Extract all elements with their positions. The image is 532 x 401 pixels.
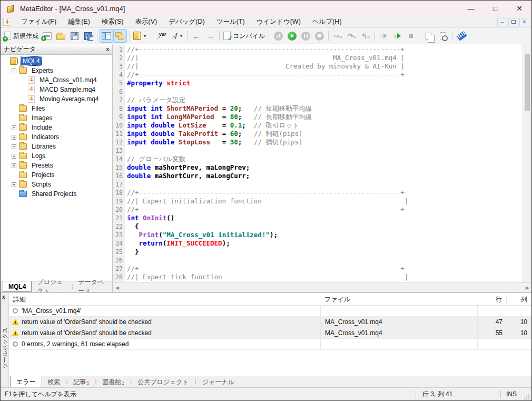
mdi-restore-button[interactable] <box>508 18 518 26</box>
scroll-right-icon[interactable]: ▶ <box>526 285 529 290</box>
tree-item[interactable]: +Files <box>1 104 112 113</box>
styler-button[interactable]: ▼ <box>132 29 149 43</box>
pause-debug-button[interactable] <box>299 29 312 43</box>
column-line[interactable]: 行 <box>477 295 507 304</box>
maximize-button[interactable]: □ <box>483 1 507 16</box>
tree-item[interactable]: +Libraries <box>1 142 112 151</box>
error-row[interactable]: return value of 'OrderSend' should be ch… <box>9 328 531 339</box>
save-all-button[interactable] <box>81 29 95 43</box>
code-line[interactable]: 2//| MA_Cross_v01.mq4 | <box>113 54 523 62</box>
code-area[interactable]: 1//+------------------------------------… <box>113 44 523 282</box>
new-file-button[interactable]: + 新規作成 <box>3 29 40 43</box>
code-line[interactable]: 9input int LongMAPeriod = 80; // 長期移動平均線 <box>113 113 523 121</box>
error-row[interactable]: 'MA_Cross_v01.mq4' <box>9 306 531 317</box>
navigate-back-button[interactable]: ← <box>190 29 203 43</box>
vertical-scrollbar[interactable] <box>523 44 531 282</box>
tree-item[interactable]: +4MA_Cross_v01.mq4 <box>1 75 112 85</box>
tree-item[interactable]: +Include <box>1 123 112 132</box>
code-line[interactable]: 12input double StopLoss = 30; // 損切(pips… <box>113 138 523 146</box>
menu-item[interactable]: ヘルプ(H) <box>307 16 348 27</box>
code-line[interactable]: 19//| Expert initialization function | <box>113 197 523 206</box>
code-line[interactable]: 4//+------------------------------------… <box>113 71 523 79</box>
error-row[interactable]: 0 errors, 2 warnings, 61 msec elapsed <box>9 339 531 350</box>
tree-item[interactable]: +Logs <box>1 151 112 161</box>
code-line[interactable]: 17 <box>113 180 523 189</box>
insert-mode-indicator[interactable]: INS <box>501 390 523 398</box>
code-line[interactable]: 6 <box>113 87 523 96</box>
code-line[interactable]: 1//+------------------------------------… <box>113 45 523 54</box>
toggle-navigator-button[interactable] <box>100 29 113 43</box>
vertical-scrollbar-thumb[interactable] <box>525 54 530 111</box>
error-row[interactable]: return value of 'OrderSend' should be ch… <box>9 317 531 328</box>
tree-item[interactable]: +MQL4 <box>1 56 112 66</box>
stop-debug-button[interactable] <box>312 29 326 43</box>
tree-item[interactable]: +Indicators <box>1 132 112 142</box>
close-button[interactable]: ✕ <box>507 1 531 16</box>
code-line[interactable]: 13 <box>113 146 523 155</box>
column-detail[interactable]: 詳細 <box>9 295 320 304</box>
expand-icon[interactable]: + <box>12 182 16 187</box>
code-line[interactable]: 15double maShortPrev, maLongPrev; <box>113 163 523 172</box>
code-line[interactable]: 5#property strict <box>113 79 523 87</box>
toolbox-tab-図書館[interactable]: 図書館1 <box>96 376 130 388</box>
navigator-tab-プロジェクト[interactable]: プロジェクト <box>32 281 71 292</box>
copy-button[interactable] <box>422 29 436 43</box>
expand-icon[interactable]: + <box>12 125 16 130</box>
code-line[interactable]: 10input double LotSize = 0.1; // 取引ロット <box>113 121 523 130</box>
menu-item[interactable]: デバッグ(D) <box>163 16 211 27</box>
expand-icon[interactable]: + <box>12 154 16 159</box>
start-profiler-button[interactable]: ≡ <box>390 29 404 43</box>
code-line[interactable]: 14// グローバル変数 <box>113 155 523 163</box>
code-editor[interactable]: 1//+------------------------------------… <box>113 44 531 292</box>
menu-item[interactable]: ウインドウ(W) <box>251 16 307 27</box>
column-col[interactable]: 列 <box>507 295 531 304</box>
metaquotes-styler-button[interactable] <box>455 29 468 43</box>
expand-icon[interactable]: + <box>12 144 16 149</box>
code-line[interactable]: 25 } <box>113 248 523 256</box>
menu-item[interactable]: 検索(S) <box>96 16 130 27</box>
save-button[interactable] <box>67 29 81 43</box>
code-line[interactable]: 18//+-----------------------------------… <box>113 189 523 197</box>
toolbox-tab-記事[interactable]: 記事5 <box>67 376 95 388</box>
tree-item[interactable]: -Experts <box>1 66 112 75</box>
collapse-icon[interactable]: - <box>12 69 16 73</box>
code-line[interactable]: 3//| Created by minovsky & AI-Kun | <box>113 62 523 71</box>
menu-item[interactable]: ファイル(F) <box>15 16 62 27</box>
toolbox-tab-ジャーナル[interactable]: ジャーナル <box>196 376 240 388</box>
code-line[interactable]: 21int OnInit() <box>113 214 523 222</box>
code-line[interactable]: 29//+-----------------------------------… <box>113 281 523 282</box>
step-over-button[interactable]: ↷≡ <box>344 29 358 43</box>
code-line[interactable]: 27//+-----------------------------------… <box>113 265 523 273</box>
code-line[interactable]: 26 <box>113 256 523 265</box>
expand-icon[interactable]: + <box>12 135 16 140</box>
code-line[interactable]: 8input int ShortMAPeriod = 20; // 短期移動平均… <box>113 104 523 113</box>
resize-grip[interactable] <box>523 393 530 400</box>
print-preview-button[interactable] <box>436 29 450 43</box>
tree-item[interactable]: +4Moving Average.mq4 <box>1 94 112 104</box>
goto-variable-button[interactable]: var <box>153 29 169 43</box>
goto-function-button[interactable]: f▼ <box>169 29 185 43</box>
column-file[interactable]: ファイル <box>320 295 477 304</box>
step-into-button[interactable]: ↪≡ <box>331 29 344 43</box>
navigate-forward-button[interactable]: → <box>203 29 217 43</box>
new-project-button[interactable]: proj+ <box>40 29 54 43</box>
navigator-tab-MQL4[interactable]: MQL4 <box>3 281 32 292</box>
tree-item[interactable]: +Images <box>1 113 112 123</box>
menu-item[interactable]: 編集(E) <box>62 16 96 27</box>
code-line[interactable]: 11input double TakeProfit = 60; // 利確(pi… <box>113 130 523 138</box>
minimize-button[interactable]: — <box>459 1 483 16</box>
tree-item[interactable]: +Scripts <box>1 180 112 189</box>
tree-item[interactable]: +4MACD Sample.mq4 <box>1 85 112 94</box>
mdi-close-button[interactable]: ✕ <box>519 18 529 26</box>
attach-profiler-button[interactable]: ≡ <box>377 29 390 43</box>
code-line[interactable]: 20//+-----------------------------------… <box>113 206 523 214</box>
start-debug-button[interactable] <box>285 29 299 43</box>
toolbox-close-icon[interactable]: x <box>2 294 5 300</box>
toolbox-tab-公共プロジェクト[interactable]: 公共プロジェクト <box>132 376 195 388</box>
scroll-left-icon[interactable]: ◀ <box>115 285 119 290</box>
tree-item[interactable]: +Projects <box>1 170 112 180</box>
code-line[interactable]: 7// パラメータ設定 <box>113 96 523 104</box>
stop-profiler-button[interactable] <box>404 29 418 43</box>
restart-debug-button[interactable]: ↺ <box>271 29 285 43</box>
step-out-button[interactable]: ↰≡ <box>358 29 372 43</box>
